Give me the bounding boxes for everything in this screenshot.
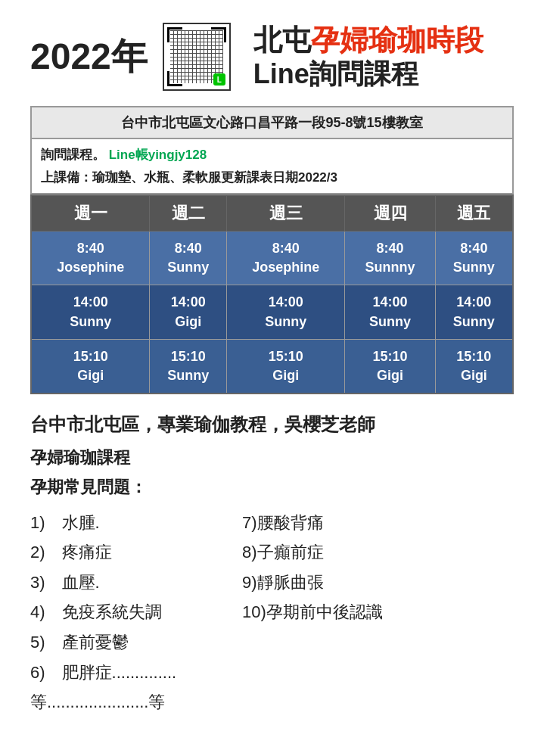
list-left: 5) 產前憂鬱 [30,627,242,658]
list-text-left: 水腫. [62,513,100,532]
info-prefix: 詢問課程。 [41,148,105,162]
cell-time: 14:00 [230,293,341,312]
list-num: 6) [30,663,45,682]
list-right [242,627,514,658]
cell-name: Sunny [348,313,431,331]
cell-time: 14:00 [35,293,146,312]
list-num: 5) [30,633,45,652]
table-header-row: 週一 週二 週三 週四 週五 [31,195,513,232]
cell-name: Josephine [230,258,341,277]
table-cell: 14:00Gigi [150,285,227,339]
cell-time: 8:40 [35,239,146,258]
list-num: 4) [30,602,45,621]
cell-name: Josephine [35,258,146,277]
cell-name: Gigi [348,366,431,385]
list-text-left: 疼痛症 [62,543,112,562]
list-text-left: 產前憂鬱 [62,633,129,652]
table-cell: 14:00Sunny [345,285,435,339]
cell-time: 14:00 [439,293,509,312]
info-row-1: 詢問課程。 Line帳yingjy128 [41,145,503,165]
list-item: 4) 免疫系統失調10)孕期前中後認識 [30,597,514,627]
cell-name: Sunny [153,258,223,277]
table-cell: 8:40Josephine [31,232,150,285]
main-intro: 台中市北屯區，專業瑜伽教程，吳櫻芝老師 [30,409,514,440]
table-row: 8:40Josephine8:40Sunny8:40Josephine8:40S… [31,232,513,285]
info-row-2: 上課備：瑜珈墊、水瓶、柔軟服更新課表日期2022/3 [41,168,503,188]
list-item: 5) 產前憂鬱 [30,627,514,658]
list-right: 7)腰酸背痛 [242,508,514,538]
content-section: 台中市北屯區，專業瑜伽教程，吳櫻芝老師 孕婦瑜珈課程 孕期常見問題： 1) 水腫… [30,409,514,717]
sub2: 孕期常見問題： [30,473,514,501]
list-left: 4) 免疫系統失調 [30,597,242,627]
address-text: 台中市北屯區文心路口昌平路一段95-8號15樓教室 [121,115,422,130]
list-item: 3) 血壓.9)靜脈曲張 [30,568,514,598]
list-right [242,658,514,717]
table-cell: 15:10Gigi [345,339,435,394]
list-text-left: 肥胖症..............等......................… [30,663,176,712]
table-cell: 14:00Sunny [227,285,345,339]
cell-name: Sunny [439,313,509,331]
cell-time: 14:00 [348,293,431,312]
line-icon: L [213,73,225,86]
year-label: 2022年 [30,33,148,81]
list-left: 6) 肥胖症..............等...................… [30,658,242,717]
cell-name: Sunny [439,258,509,277]
list-right: 9)靜脈曲張 [242,568,514,598]
table-cell: 15:10Sunny [150,339,227,394]
schedule-table: 週一 週二 週三 週四 週五 8:40Josephine8:40Sunny8:4… [30,194,514,394]
title-line2: Line詢問課程 [253,58,483,90]
table-cell: 8:40Sunnny [345,232,435,285]
header: 2022年 L 北屯孕婦瑜珈時段 Line詢問課程 [30,23,514,91]
cell-time: 8:40 [348,239,431,258]
cell-name: Sunny [35,313,146,331]
table-cell: 8:40Sunny [435,232,513,285]
list-right: 10)孕期前中後認識 [242,597,514,627]
list-item: 2) 疼痛症8)子癲前症 [30,537,514,568]
list-num: 2) [30,543,45,562]
cell-name: Gigi [439,366,509,385]
col-header-tue: 週二 [150,195,227,232]
list-num: 1) [30,513,45,532]
cell-time: 8:40 [439,239,509,258]
cell-name: Gigi [35,366,146,385]
cell-name: Gigi [230,366,341,385]
list-section: 1) 水腫.7)腰酸背痛2) 疼痛症8)子癲前症3) 血壓.9)靜脈曲張4) 免… [30,508,514,717]
table-cell: 15:10Gigi [435,339,513,394]
list-text-left: 免疫系統失調 [62,602,162,621]
qr-code: L [163,23,231,91]
cell-time: 15:10 [35,347,146,366]
line-id-text: Line帳yingjy128 [109,148,207,162]
cell-name: Sunny [153,366,223,385]
table-cell: 15:10Gigi [227,339,345,394]
list-left: 2) 疼痛症 [30,537,242,568]
cell-time: 15:10 [439,347,509,366]
cell-time: 15:10 [153,347,223,366]
list-left: 3) 血壓. [30,568,242,598]
cell-time: 15:10 [348,347,431,366]
info-section: 詢問課程。 Line帳yingjy128 上課備：瑜珈墊、水瓶、柔軟服更新課表日… [30,139,514,194]
table-cell: 14:00Sunny [435,285,513,339]
table-cell: 15:10Gigi [31,339,150,394]
sub1: 孕婦瑜珈課程 [30,443,514,471]
col-header-wed: 週三 [227,195,345,232]
cell-time: 15:10 [230,347,341,366]
table-cell: 8:40Sunny [150,232,227,285]
list-right: 8)子癲前症 [242,537,514,568]
table-cell: 8:40Josephine [227,232,345,285]
title-line1: 北屯孕婦瑜珈時段 [253,23,483,58]
cell-name: Gigi [153,313,223,331]
cell-name: Sunny [230,313,341,331]
list-item: 6) 肥胖症..............等...................… [30,658,514,717]
col-header-thu: 週四 [345,195,435,232]
cell-name: Sunnny [348,258,431,277]
address-box: 台中市北屯區文心路口昌平路一段95-8號15樓教室 [30,106,514,139]
table-row: 15:10Gigi15:10Sunny15:10Gigi15:10Gigi15:… [31,339,513,394]
cell-time: 8:40 [230,239,341,258]
col-header-mon: 週一 [31,195,150,232]
table-row: 14:00Sunny14:00Gigi14:00Sunny14:00Sunny1… [31,285,513,339]
table-cell: 14:00Sunny [31,285,150,339]
header-title: 北屯孕婦瑜珈時段 Line詢問課程 [253,23,483,91]
list-item: 1) 水腫.7)腰酸背痛 [30,508,514,538]
cell-time: 8:40 [153,239,223,258]
cell-time: 14:00 [153,293,223,312]
